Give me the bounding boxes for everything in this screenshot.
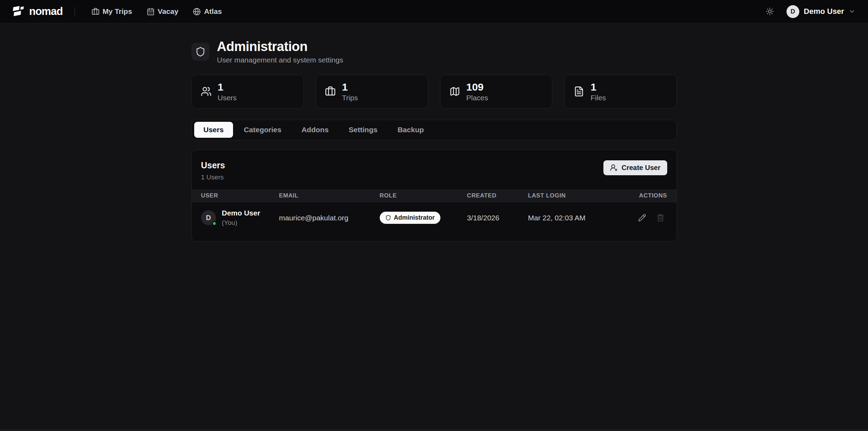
role-badge: Administrator bbox=[380, 212, 440, 224]
user-name: Demo User bbox=[804, 7, 844, 16]
user-email: maurice@pakulat.org bbox=[279, 214, 380, 222]
users-panel-title: Users bbox=[201, 160, 225, 170]
stat-value: 1 bbox=[218, 81, 237, 93]
pencil-icon bbox=[638, 214, 646, 222]
delete-user-button[interactable] bbox=[654, 211, 667, 225]
column-header-actions: Actions bbox=[632, 192, 677, 199]
created-date: 3/18/2026 bbox=[467, 214, 528, 222]
create-user-button[interactable]: Create User bbox=[603, 160, 667, 175]
page-subtitle: User management and system settings bbox=[217, 56, 343, 64]
primary-nav: My Trips Vacay Atlas bbox=[87, 4, 227, 19]
page-title: Administration bbox=[217, 39, 343, 54]
user-cell: D Demo User (You) bbox=[192, 209, 279, 227]
avatar: D bbox=[787, 5, 799, 18]
column-header-role: Role bbox=[380, 192, 467, 199]
table-row: D Demo User (You) maurice@pakulat.org Ad… bbox=[192, 202, 677, 234]
nav-item-my-trips[interactable]: My Trips bbox=[87, 4, 137, 19]
calendar-icon bbox=[147, 8, 155, 16]
bottom-edge bbox=[0, 429, 868, 431]
stat-label: Trips bbox=[342, 94, 358, 102]
nav-item-label: My Trips bbox=[103, 7, 132, 16]
user-display-name: Demo User bbox=[222, 209, 260, 217]
stat-value: 1 bbox=[342, 81, 358, 93]
nav-item-label: Atlas bbox=[204, 7, 222, 16]
users-panel-header: Users 1 Users Create User bbox=[192, 150, 677, 189]
shield-icon bbox=[191, 43, 209, 61]
last-login: Mar 22, 02:03 AM bbox=[528, 214, 632, 222]
tab-backup[interactable]: Backup bbox=[388, 122, 433, 138]
tab-addons[interactable]: Addons bbox=[292, 122, 338, 138]
tab-settings[interactable]: Settings bbox=[340, 122, 387, 138]
users-table-header: User Email Role Created Last Login Actio… bbox=[192, 189, 677, 202]
online-status-dot bbox=[212, 221, 217, 226]
role-label: Administrator bbox=[394, 214, 435, 221]
user-menu[interactable]: D Demo User bbox=[787, 5, 856, 18]
users-icon bbox=[201, 86, 212, 97]
column-header-created: Created bbox=[467, 192, 528, 199]
trash-icon bbox=[656, 214, 664, 222]
stat-value: 1 bbox=[591, 81, 606, 93]
nav-divider bbox=[75, 7, 75, 16]
briefcase-icon bbox=[92, 8, 100, 16]
you-label: (You) bbox=[222, 219, 260, 227]
shield-icon bbox=[385, 215, 391, 221]
users-panel: Users 1 Users Create User User Email Rol… bbox=[191, 150, 677, 242]
user-plus-icon bbox=[610, 164, 618, 171]
globe-icon bbox=[193, 8, 201, 16]
column-header-last-login: Last Login bbox=[528, 192, 632, 199]
admin-tabs: Users Categories Addons Settings Backup bbox=[191, 120, 677, 140]
map-icon bbox=[449, 86, 460, 97]
file-text-icon bbox=[574, 86, 584, 97]
tab-categories[interactable]: Categories bbox=[234, 122, 291, 138]
users-count: 1 Users bbox=[201, 174, 225, 181]
stat-label: Places bbox=[466, 94, 488, 102]
admin-page: Administration User management and syste… bbox=[191, 39, 677, 242]
role-cell: Administrator bbox=[380, 212, 467, 224]
edit-user-button[interactable] bbox=[635, 211, 649, 225]
row-avatar: D bbox=[201, 210, 216, 225]
stat-card-trips: 1 Trips bbox=[316, 75, 428, 109]
top-navbar: nomad My Trips Vacay Atlas bbox=[0, 0, 868, 23]
brand-name: nomad bbox=[29, 5, 63, 18]
tab-users[interactable]: Users bbox=[194, 122, 233, 138]
navbar-right: D Demo User bbox=[764, 5, 856, 18]
stats-row: 1 Users 1 Trips 109 Places bbox=[191, 75, 677, 109]
nav-item-label: Vacay bbox=[158, 7, 179, 16]
nomad-logo-icon bbox=[12, 5, 25, 18]
avatar-initial: D bbox=[206, 214, 211, 222]
nomad-logo[interactable]: nomad bbox=[12, 5, 63, 18]
theme-toggle-button[interactable] bbox=[764, 5, 776, 18]
stat-card-files: 1 Files bbox=[564, 75, 677, 109]
stat-label: Files bbox=[591, 94, 606, 102]
nav-item-atlas[interactable]: Atlas bbox=[188, 4, 226, 19]
create-user-label: Create User bbox=[621, 164, 660, 172]
chevron-down-icon bbox=[849, 8, 856, 15]
nav-item-vacay[interactable]: Vacay bbox=[142, 4, 183, 19]
page-header: Administration User management and syste… bbox=[191, 39, 677, 64]
sun-icon bbox=[766, 7, 774, 16]
row-actions bbox=[632, 211, 677, 225]
stat-card-users: 1 Users bbox=[191, 75, 304, 109]
stat-card-places: 109 Places bbox=[440, 75, 553, 109]
briefcase-icon bbox=[325, 86, 336, 97]
stat-label: Users bbox=[218, 94, 237, 102]
stat-value: 109 bbox=[466, 81, 488, 93]
column-header-user: User bbox=[192, 192, 279, 199]
column-header-email: Email bbox=[279, 192, 380, 199]
